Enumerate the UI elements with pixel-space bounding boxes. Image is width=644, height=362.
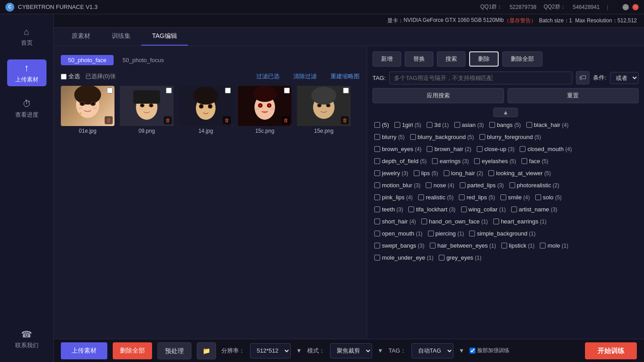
- tag-item-teeth[interactable]: teeth (3): [373, 205, 405, 214]
- condition-select[interactable]: 或者: [610, 72, 639, 84]
- tag-item-close-up[interactable]: close-up (3): [475, 145, 516, 153]
- bottom-preprocess-button[interactable]: 预处理: [157, 342, 191, 359]
- image-delete-14[interactable]: 🗑: [223, 116, 231, 124]
- tag-item-3d[interactable]: 3d (1): [425, 121, 451, 129]
- tab-training[interactable]: 训练集: [101, 28, 141, 46]
- tag-item-heart-earrings[interactable]: heart_earrings (1): [491, 217, 548, 226]
- image-card-09[interactable]: 🗑 09.png: [120, 86, 174, 333]
- tag-item-blurry-background[interactable]: blurry_background (5): [408, 133, 476, 141]
- tag-item-lipstick[interactable]: lipstick (1): [500, 241, 536, 250]
- tag-item-hair-between-eyes[interactable]: hair_between_eyes (1): [428, 241, 498, 250]
- image-card-15e[interactable]: 🗑 15e.png: [297, 86, 351, 333]
- tag-item-lips[interactable]: lips (5): [412, 169, 440, 177]
- tag-item-1girl[interactable]: 1girl (5): [393, 121, 423, 129]
- tag-checkbox[interactable]: [374, 122, 380, 128]
- tag-item-swept-bangs[interactable]: swept_bangs (3): [373, 241, 426, 250]
- tag-item-asian[interactable]: asian (3): [453, 121, 486, 129]
- tag-item-brown-hair[interactable]: brown_hair (2): [425, 145, 473, 153]
- tag-search-button[interactable]: 搜索: [437, 51, 466, 67]
- reset-button[interactable]: 重置: [508, 88, 639, 103]
- clear-filter-link[interactable]: 清除过滤: [293, 72, 317, 80]
- sidebar-upload-button[interactable]: ↑ 上传素材: [7, 59, 47, 86]
- tag-item-brown-eyes[interactable]: brown_eyes (4): [373, 145, 423, 153]
- tag-item-short-hair[interactable]: short_hair (4): [373, 217, 418, 226]
- tag-item[interactable]: (5): [373, 121, 391, 129]
- tab-tag-editor[interactable]: TAG编辑: [141, 28, 188, 46]
- face-enhance-input[interactable]: [470, 348, 475, 354]
- apply-search-button[interactable]: 应用搜索: [373, 88, 504, 103]
- tag-checkbox-3d[interactable]: [427, 122, 432, 128]
- image-delete-01e[interactable]: 🗑: [105, 116, 113, 124]
- tag-delete-button[interactable]: 删除: [469, 51, 499, 67]
- tag-item-wing-collar[interactable]: wing_collar (1): [459, 205, 508, 214]
- tag-item-parted-lips[interactable]: parted_lips (3): [458, 181, 506, 189]
- tag-item-motion-blur[interactable]: motion_blur (3): [373, 181, 422, 189]
- tag-checkbox-1girl[interactable]: [394, 122, 400, 128]
- tag-item-pink-lips[interactable]: pink_lips (4): [373, 193, 415, 202]
- start-training-button[interactable]: 开始训练: [585, 342, 637, 359]
- tag-item-mole[interactable]: mole (1): [538, 241, 570, 250]
- face-enhance-checkbox[interactable]: 脸部加强训练: [470, 347, 509, 354]
- sidebar-item-home[interactable]: ⌂ 首页: [0, 21, 53, 52]
- tag-item-grey-eyes[interactable]: grey_eyes (1): [437, 253, 483, 262]
- tag-item-simple-background[interactable]: simple_background (1): [467, 229, 537, 238]
- tag-add-button[interactable]: 新增: [373, 51, 401, 67]
- tag-item-realistic[interactable]: realistic (5): [416, 193, 455, 202]
- minimize-button[interactable]: —: [623, 4, 629, 10]
- tag-item-black-hair[interactable]: black_hair (4): [525, 121, 571, 129]
- tag-checkbox-bangs[interactable]: [489, 122, 495, 128]
- image-card-14[interactable]: 🗑 14.jpg: [179, 86, 233, 333]
- tag-item-face[interactable]: face (5): [520, 157, 550, 165]
- tag-item-eyelashes[interactable]: eyelashes (5): [472, 157, 518, 165]
- tag-replace-button[interactable]: 替换: [405, 51, 433, 67]
- image-card-15c[interactable]: 🗑 15c.png: [238, 86, 292, 333]
- mode-select[interactable]: 聚焦裁剪: [330, 343, 372, 358]
- tag-item-earrings[interactable]: earrings (3): [430, 157, 470, 165]
- image-checkbox-14[interactable]: [225, 88, 231, 93]
- resolution-select[interactable]: 512*512: [250, 343, 291, 358]
- tag-item-depth-of-field[interactable]: depth_of_field (5): [373, 157, 428, 165]
- tag-bottom-select[interactable]: 自动TAG: [411, 343, 453, 358]
- tag-item-open-mouth[interactable]: open_mouth (1): [373, 229, 424, 238]
- tab-original[interactable]: 原素材: [61, 28, 101, 46]
- tag-item-bangs[interactable]: bangs (5): [487, 121, 523, 129]
- tag-item-hand-on-own-face[interactable]: hand_on_own_face (1): [419, 217, 490, 226]
- tag-item-piercing[interactable]: piercing (1): [426, 229, 466, 238]
- bottom-upload-button[interactable]: 上传素材: [61, 342, 107, 359]
- subtab-photo-face[interactable]: 50_photo_face: [61, 55, 114, 65]
- tag-checkbox-asian[interactable]: [454, 122, 460, 128]
- tag-item-blurry-foreground[interactable]: blurry_foreground (5): [478, 133, 543, 141]
- bottom-folder-button[interactable]: 📁: [197, 342, 216, 359]
- sidebar-item-progress[interactable]: ⏱ 查看进度: [0, 93, 53, 124]
- tag-item-nose[interactable]: nose (4): [424, 181, 456, 189]
- tag-item-artist-name[interactable]: artist_name (3): [509, 205, 559, 214]
- rebuild-thumbnails-link[interactable]: 重建缩略图: [330, 72, 360, 80]
- tag-item-jewelry[interactable]: jewelry (3): [373, 169, 410, 177]
- tag-item-mole-under-eye[interactable]: mole_under_eye (1): [373, 253, 435, 262]
- tag-item-blurry[interactable]: blurry (5): [373, 133, 407, 141]
- image-delete-15c[interactable]: 🗑: [282, 116, 290, 124]
- close-button[interactable]: ✕: [632, 4, 639, 10]
- tag-item-solo[interactable]: solo (5): [534, 193, 564, 202]
- tag-item-tifa-lockhart[interactable]: tifa_lockhart (3): [407, 205, 457, 214]
- tag-item-long-hair[interactable]: long_hair (2): [442, 169, 485, 177]
- image-checkbox-15c[interactable]: [284, 88, 290, 93]
- image-checkbox-01e[interactable]: [107, 88, 113, 93]
- collapse-button[interactable]: ▲: [493, 108, 518, 117]
- sidebar-item-contact[interactable]: ☎ 联系我们: [0, 324, 53, 355]
- select-all-input[interactable]: [61, 74, 67, 80]
- image-card-01e[interactable]: 🗑 01e.jpg: [61, 86, 114, 333]
- tag-item-smile[interactable]: smile (4): [499, 193, 532, 202]
- tag-item-red-lips[interactable]: red_lips (5): [457, 193, 497, 202]
- select-all-checkbox[interactable]: 全选: [61, 72, 80, 80]
- subtab-photo-focus[interactable]: 50_photo_focus: [115, 55, 171, 65]
- image-checkbox-15e[interactable]: [343, 88, 349, 93]
- image-delete-15e[interactable]: 🗑: [341, 116, 349, 124]
- tag-search-input[interactable]: [389, 72, 572, 84]
- bottom-delete-all-button[interactable]: 删除全部: [113, 342, 152, 359]
- tag-item-closed-mouth[interactable]: closed_mouth (4): [518, 145, 573, 153]
- image-checkbox-09[interactable]: [166, 88, 172, 93]
- tag-checkbox-black-hair[interactable]: [526, 122, 532, 128]
- tag-item-looking-at-viewer[interactable]: looking_at_viewer (5): [487, 169, 552, 177]
- tag-item-photorealistic[interactable]: photorealistic (2): [508, 181, 561, 189]
